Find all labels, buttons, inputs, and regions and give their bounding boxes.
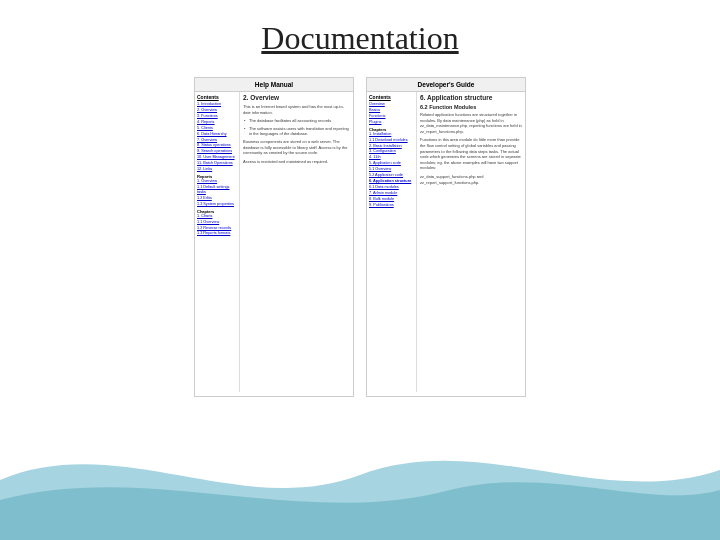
- toc-item[interactable]: Basics: [369, 108, 414, 113]
- toc-item[interactable]: 1.3 System properties: [197, 202, 237, 207]
- toc-item[interactable]: 4. 11th: [369, 155, 414, 160]
- body-text: Related application functions are struct…: [420, 112, 522, 134]
- toc-item[interactable]: 5. Clients: [197, 126, 237, 131]
- toc-item[interactable]: 7. Admin module: [369, 191, 414, 196]
- help-manual-card: Help Manual Contents 1. Introduction 2. …: [194, 77, 354, 397]
- help-manual-toc: Contents 1. Introduction 2. Overview 3. …: [195, 92, 240, 392]
- bullet-item: The software assists users with translat…: [243, 126, 350, 137]
- toc-item[interactable]: 1. Installation: [369, 132, 414, 137]
- toc-item[interactable]: 5.2 Application code: [369, 173, 414, 178]
- toc-item[interactable]: 4. Reports: [197, 120, 237, 125]
- toc-item[interactable]: 9. Search operations: [197, 149, 237, 154]
- bullet-item: The database facilitates all accounting …: [243, 118, 350, 124]
- page-title: Documentation: [30, 20, 690, 57]
- toc-item[interactable]: 10. User Management: [197, 155, 237, 160]
- toc-item[interactable]: 6. Data Hierarchy: [197, 132, 237, 137]
- toc-item[interactable]: 1. Introduction: [197, 102, 237, 107]
- toc-item[interactable]: 8. Bulk module: [369, 197, 414, 202]
- toc-item[interactable]: 11. Batch Operations: [197, 161, 237, 166]
- toc-item[interactable]: 5. Application code: [369, 161, 414, 166]
- section-subtitle: 6.2 Function Modules: [420, 104, 522, 110]
- body-text: zz_data_support_functions.php and zz_rep…: [420, 174, 522, 185]
- toc-item[interactable]: 8. Status operations: [197, 143, 237, 148]
- toc-item[interactable]: 3. Functions: [197, 114, 237, 119]
- toc-title: Contents: [197, 94, 237, 100]
- toc-item[interactable]: 1.1 Download modules: [369, 138, 414, 143]
- body-text: This is an Internet based system and has…: [243, 104, 350, 115]
- toc-item[interactable]: 12. Links: [197, 167, 237, 172]
- toc-item[interactable]: 9. Publications: [369, 203, 414, 208]
- documents-row: Help Manual Contents 1. Introduction 2. …: [30, 77, 690, 397]
- toc-item[interactable]: 1. Charts: [197, 214, 237, 219]
- body-text: Functions in this area module do little …: [420, 137, 522, 171]
- toc-item[interactable]: 1.2 Reverse records: [197, 226, 237, 231]
- section-title: 6. Application structure: [420, 94, 522, 101]
- toc-item[interactable]: 7. Overview: [197, 138, 237, 143]
- help-manual-header: Help Manual: [195, 78, 353, 92]
- help-manual-content: 2. Overview This is an Internet based sy…: [240, 92, 353, 392]
- dev-guide-toc: Contents Overview Basics Functions Plugi…: [367, 92, 417, 392]
- toc-item[interactable]: Plugins: [369, 120, 414, 125]
- toc-item[interactable]: 1.2 Edits: [197, 196, 237, 201]
- dev-guide-content: 6. Application structure 6.2 Function Mo…: [417, 92, 525, 392]
- toc-item[interactable]: 1.3 Reports formats: [197, 231, 237, 236]
- toc-item[interactable]: 3. Configuration: [369, 149, 414, 154]
- developers-guide-card: Developer's Guide Contents Overview Basi…: [366, 77, 526, 397]
- developers-guide-header: Developer's Guide: [367, 78, 525, 92]
- wave-background: [0, 420, 720, 540]
- toc-item[interactable]: 2. Overview: [197, 108, 237, 113]
- toc-item[interactable]: 6. Application structure: [369, 179, 414, 184]
- toc-item[interactable]: 5.1 Overview: [369, 167, 414, 172]
- section-title: 2. Overview: [243, 94, 350, 101]
- body-text: Business components are stored on a web …: [243, 139, 350, 156]
- toc-item[interactable]: Functions: [369, 114, 414, 119]
- body-text: Access is restricted and maintained as r…: [243, 159, 350, 165]
- toc-item[interactable]: 1.1 Overview: [197, 220, 237, 225]
- toc-title: Contents: [369, 94, 414, 100]
- toc-item[interactable]: 1. Overview: [197, 179, 237, 184]
- toc-item[interactable]: 2. Basic Installation: [369, 144, 414, 149]
- toc-item[interactable]: 6.1 Data modules: [369, 185, 414, 190]
- toc-item[interactable]: 1.1 Default settings tasks: [197, 185, 237, 195]
- toc-item[interactable]: Overview: [369, 102, 414, 107]
